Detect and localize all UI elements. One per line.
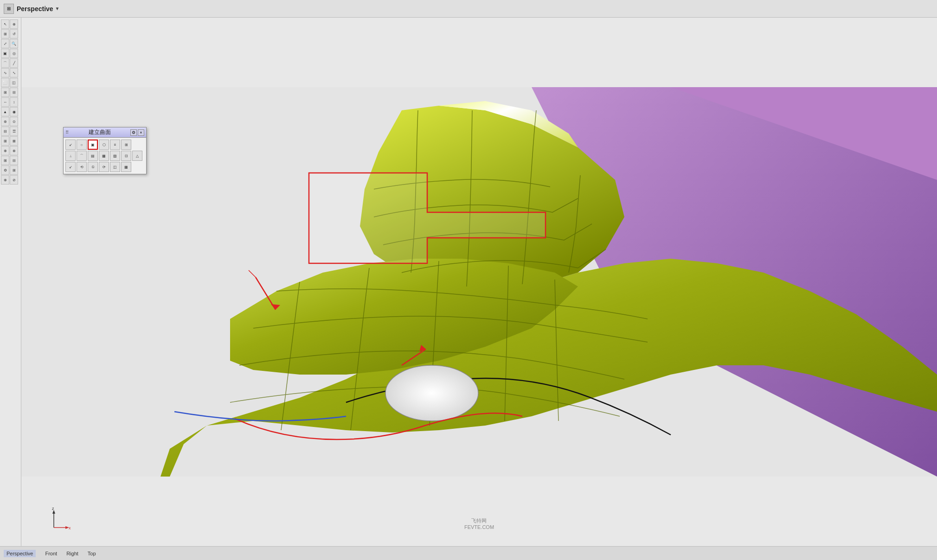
- tool-zoom[interactable]: 🔍: [10, 39, 18, 48]
- dropdown-arrow[interactable]: ▼: [55, 6, 60, 11]
- tool-y1[interactable]: ⊕: [1, 175, 9, 185]
- tool-snap1[interactable]: ⊕: [1, 146, 9, 155]
- panel-icon-16[interactable]: ⊞: [121, 140, 131, 150]
- surface-panel: ⠿ 建立曲面 ⚙ × ↙ ○ ▣ ⬡ ≡ ⊞ ⟂ ⌒ ▤ ▦: [63, 127, 147, 174]
- tool-select[interactable]: ↖: [1, 19, 9, 29]
- status-top[interactable]: Top: [88, 551, 96, 556]
- viewport[interactable]: ⠿ 建立曲面 ⚙ × ↙ ○ ▣ ⬡ ≡ ⊞ ⟂ ⌒ ▤ ▦: [21, 18, 937, 546]
- tool-move[interactable]: ⊞: [1, 29, 9, 38]
- tool-curve[interactable]: ⌒: [1, 58, 9, 68]
- panel-icon-24[interactable]: ▦: [99, 151, 109, 161]
- tool-dim2[interactable]: ↕: [10, 97, 18, 107]
- tool-line[interactable]: ╱: [10, 58, 18, 68]
- surface-panel-content: ↙ ○ ▣ ⬡ ≡ ⊞ ⟂ ⌒ ▤ ▦ ▨ ⊡ △ ↙ ⟲ ①: [64, 138, 146, 174]
- panel-icon-11[interactable]: ↙: [65, 140, 76, 150]
- panel-icon-35[interactable]: ◫: [110, 162, 120, 172]
- viewport-icon: ⊞: [4, 4, 14, 14]
- status-right[interactable]: Right: [66, 551, 78, 556]
- status-front[interactable]: Front: [45, 551, 57, 556]
- tool-grp1[interactable]: ⊞: [1, 136, 9, 146]
- tool-x2[interactable]: ⊞: [10, 165, 18, 175]
- tool-vis1[interactable]: ⊛: [1, 117, 9, 126]
- panel-settings-btn[interactable]: ⚙: [130, 129, 137, 136]
- panel-icon-15[interactable]: ≡: [110, 140, 120, 150]
- panel-icon-25[interactable]: ▨: [110, 151, 120, 161]
- left-toolbar: ↖ ⊕ ⊞ ↺ ⤢ 🔍 ▣ ◎ ⌒ ╱ ∿ ⤡ ⬜ ◫ ⊞ ⊟ ↔ ↕ ▲ ◉ …: [0, 18, 21, 546]
- panel-icon-32[interactable]: ⟲: [77, 162, 87, 172]
- tool-grp2[interactable]: ⊠: [10, 136, 18, 146]
- panel-icon-21[interactable]: ⟂: [65, 151, 76, 161]
- tool-dim1[interactable]: ↔: [1, 97, 9, 107]
- panel-icon-27[interactable]: △: [132, 151, 142, 161]
- tool-y2[interactable]: ⊘: [10, 175, 18, 185]
- tool-mesh2[interactable]: ⊟: [10, 88, 18, 97]
- tool-select2[interactable]: ⊕: [10, 19, 18, 29]
- tool-anal1[interactable]: ▲: [1, 107, 9, 116]
- tool-pt2[interactable]: ⤡: [10, 68, 18, 77]
- tool-2[interactable]: ◎: [10, 49, 18, 58]
- tool-pt1[interactable]: ∿: [1, 68, 9, 77]
- perspective-label: Perspective: [17, 5, 53, 13]
- svg-point-1: [385, 365, 478, 421]
- panel-icon-13-selected[interactable]: ▣: [88, 140, 98, 150]
- panel-row-3: ↙ ⟲ ① ⟳ ◫ ▦: [65, 162, 144, 172]
- title-bar: ⊞ Perspective ▼: [0, 0, 937, 18]
- panel-icon-23[interactable]: ▤: [88, 151, 98, 161]
- surface-panel-title: 建立曲面: [89, 128, 111, 136]
- status-bar: Perspective Front Right Top: [0, 546, 937, 560]
- panel-icon-33[interactable]: ①: [88, 162, 98, 172]
- panel-close-btn[interactable]: ×: [138, 129, 144, 136]
- panel-icon-34[interactable]: ⟳: [99, 162, 109, 172]
- tool-mesh1[interactable]: ⊞: [1, 88, 9, 97]
- panel-icon-14[interactable]: ⬡: [99, 140, 109, 150]
- surface-panel-controls: ⚙ ×: [130, 129, 144, 136]
- tool-record1[interactable]: ⊞: [1, 156, 9, 165]
- tool-x1[interactable]: ⚙: [1, 165, 9, 175]
- panel-icon-26[interactable]: ⊡: [121, 151, 131, 161]
- svg-text:x: x: [69, 526, 71, 530]
- panel-icon-36[interactable]: ▦: [121, 162, 131, 172]
- tool-anal2[interactable]: ◉: [10, 107, 18, 116]
- surface-panel-titlebar[interactable]: ⠿ 建立曲面 ⚙ ×: [64, 127, 146, 138]
- panel-row-1: ↙ ○ ▣ ⬡ ≡ ⊞: [65, 140, 144, 150]
- panel-icon-12[interactable]: ○: [77, 140, 87, 150]
- panel-row-2: ⟂ ⌒ ▤ ▦ ▨ ⊡ △: [65, 151, 144, 161]
- tool-rotate[interactable]: ↺: [10, 29, 18, 38]
- status-perspective[interactable]: Perspective: [4, 550, 36, 557]
- tool-record2[interactable]: ⊟: [10, 156, 18, 165]
- tool-scale[interactable]: ⤢: [1, 39, 9, 48]
- tool-snap2[interactable]: ⊗: [10, 146, 18, 155]
- tool-srf1[interactable]: ⬜: [1, 78, 9, 87]
- panel-drag-icon: ⠿: [65, 130, 69, 135]
- tool-lay1[interactable]: ⊟: [1, 127, 9, 136]
- tool-lay2[interactable]: ☰: [10, 127, 18, 136]
- tool-srf2[interactable]: ◫: [10, 78, 18, 87]
- axes-indicator: x z: [45, 504, 72, 532]
- svg-text:z: z: [52, 506, 54, 511]
- panel-icon-22[interactable]: ⌒: [77, 151, 87, 161]
- tool-vis2[interactable]: ⊙: [10, 117, 18, 126]
- tool-active1[interactable]: ▣: [1, 49, 9, 58]
- panel-icon-31[interactable]: ↙: [65, 162, 76, 172]
- model-svg: [21, 18, 937, 546]
